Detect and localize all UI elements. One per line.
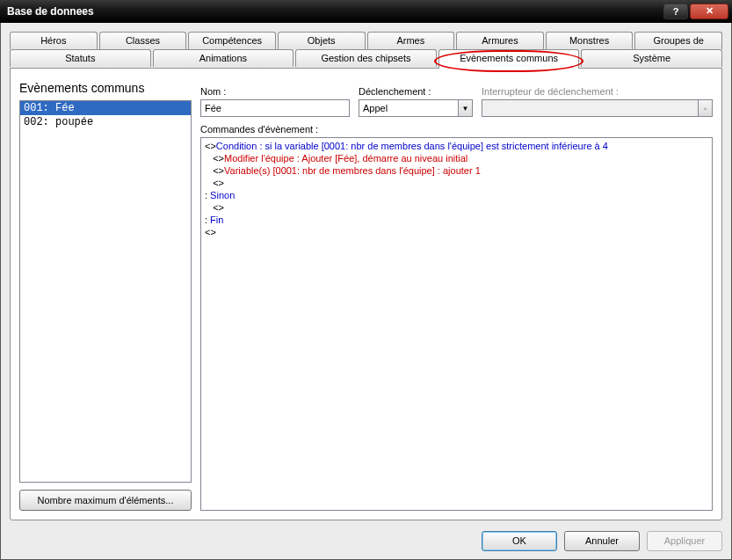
tab-syst-me[interactable]: Système <box>581 49 722 67</box>
switch-combo: ▸ <box>482 99 713 117</box>
max-elements-button[interactable]: Nombre maximum d'éléments... <box>19 490 192 511</box>
command-line[interactable]: <>Condition : si la variable [0001: nbr … <box>205 140 708 152</box>
dialog-body: HérosClassesCompétencesObjetsArmesArmure… <box>0 23 732 560</box>
trigger-field: Déclenchement : Appel ▼ <box>359 86 473 117</box>
name-input[interactable]: Fée <box>200 99 350 117</box>
events-heading: Evènements communs <box>19 77 192 100</box>
tab-row-2: StatutsAnimationsGestion des chipsetsEvè… <box>10 49 722 68</box>
titlebar: Base de donnees ? ✕ <box>0 0 732 23</box>
commands-label: Commandes d'évènement : <box>200 124 713 135</box>
apply-button: Appliquer <box>647 531 722 551</box>
close-button[interactable]: ✕ <box>690 4 728 19</box>
window-buttons: ? ✕ <box>663 4 728 19</box>
tab-statuts[interactable]: Statuts <box>10 49 151 67</box>
list-item[interactable]: 001: Fée <box>20 101 191 115</box>
command-line[interactable]: : Fin <box>205 214 708 226</box>
right-column: Nom : Fée Déclenchement : Appel ▼ Interr… <box>200 77 713 511</box>
help-button[interactable]: ? <box>663 4 688 19</box>
command-line[interactable]: <>Variable(s) [0001: nbr de membres dans… <box>205 164 708 177</box>
tab-h-ros[interactable]: Héros <box>10 32 98 49</box>
tab-animations[interactable]: Animations <box>153 49 294 67</box>
tab-monstres[interactable]: Monstres <box>546 32 634 49</box>
window-title: Base de donnees <box>7 5 663 18</box>
tab-objets[interactable]: Objets <box>278 32 366 49</box>
ok-button[interactable]: OK <box>482 531 557 551</box>
command-line[interactable]: <> <box>205 201 708 214</box>
chevron-down-icon: ▼ <box>458 100 472 116</box>
command-line[interactable]: : Sinon <box>205 189 708 201</box>
name-field: Nom : Fée <box>200 86 350 117</box>
event-list[interactable]: 001: Fée002: poupée <box>19 100 192 483</box>
tabs: HérosClassesCompétencesObjetsArmesArmure… <box>10 32 722 68</box>
tab-row-1: HérosClassesCompétencesObjetsArmesArmure… <box>10 32 722 49</box>
tab-ev-nements-communs[interactable]: Evènements communs <box>438 49 580 69</box>
trigger-value: Appel <box>359 103 458 113</box>
content-panel: Evènements communs 001: Fée002: poupée N… <box>10 68 722 520</box>
dialog-footer: OK Annuler Appliquer <box>10 520 722 554</box>
left-column: Evènements communs 001: Fée002: poupée N… <box>19 77 192 511</box>
tab-comp-tences[interactable]: Compétences <box>188 32 276 49</box>
command-line[interactable]: <>Modifier l'équipe : Ajouter [Fée], dém… <box>205 152 708 164</box>
name-label: Nom : <box>200 86 350 97</box>
trigger-combo[interactable]: Appel ▼ <box>359 99 473 117</box>
switch-field: Interrupteur de déclenchement : ▸ <box>482 86 713 117</box>
command-line[interactable]: <> <box>205 177 708 189</box>
commands-box[interactable]: <>Condition : si la variable [0001: nbr … <box>200 137 713 511</box>
chevron-right-icon: ▸ <box>698 100 712 116</box>
fields-row: Nom : Fée Déclenchement : Appel ▼ Interr… <box>200 77 713 117</box>
tab-armures[interactable]: Armures <box>456 32 544 49</box>
cancel-button[interactable]: Annuler <box>564 531 640 551</box>
switch-label: Interrupteur de déclenchement : <box>482 86 713 97</box>
tab-classes[interactable]: Classes <box>99 32 187 49</box>
command-line[interactable]: <> <box>205 226 708 238</box>
tab-armes[interactable]: Armes <box>367 32 455 49</box>
close-icon: ✕ <box>706 5 714 17</box>
trigger-label: Déclenchement : <box>359 86 473 97</box>
tab-gestion-des-chipsets[interactable]: Gestion des chipsets <box>295 49 437 67</box>
list-item[interactable]: 002: poupée <box>20 115 191 129</box>
tab-groupes-de-monstres[interactable]: Groupes de monstres <box>634 32 722 49</box>
